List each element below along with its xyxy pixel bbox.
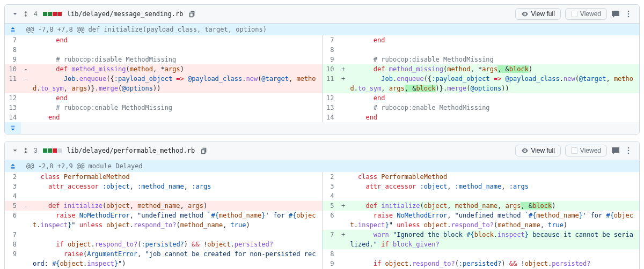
code-row: 8 <box>323 249 640 259</box>
line-number[interactable]: 4 <box>323 191 339 201</box>
code-content[interactable]: class PerformableMethod <box>31 172 322 182</box>
code-content[interactable]: if object.respond_to?(:persisted?) && !o… <box>348 259 640 268</box>
line-number[interactable]: 10 <box>323 64 339 74</box>
line-number[interactable]: 2 <box>323 172 339 182</box>
line-number[interactable]: 8 <box>5 45 21 55</box>
line-number[interactable]: 7 <box>323 230 339 249</box>
comment-icon[interactable] <box>611 10 620 18</box>
file-header: 4 lib/delayed/message_sending.rb View fu… <box>5 5 639 24</box>
code-content[interactable]: # rubocop:enable MethodMissing <box>31 103 322 113</box>
line-number[interactable]: 5 <box>5 201 21 211</box>
code-content[interactable]: attr_accessor :object, :method_name, :ar… <box>31 182 322 191</box>
code-content[interactable]: def initialize(object, method_name, args… <box>348 201 640 211</box>
line-number[interactable]: 2 <box>5 172 21 182</box>
line-number[interactable]: 8 <box>323 249 339 259</box>
line-number[interactable]: 6 <box>5 211 21 230</box>
diffstat-block <box>43 148 47 153</box>
svg-point-5 <box>628 153 630 154</box>
code-content[interactable]: # rubocop:enable MethodMissing <box>348 103 640 113</box>
code-content[interactable]: raise NoMethodError, "undefined method `… <box>348 211 640 230</box>
expand-up-button[interactable] <box>5 24 21 35</box>
line-number[interactable]: 4 <box>5 191 21 201</box>
line-number[interactable]: 7 <box>5 35 21 45</box>
code-content[interactable]: def initialize(object, method_name, args… <box>31 201 322 211</box>
line-number[interactable]: 14 <box>5 113 21 122</box>
line-number[interactable]: 13 <box>323 103 339 113</box>
code-content[interactable]: end <box>348 113 640 122</box>
chevron-down-icon[interactable] <box>11 147 19 154</box>
line-number[interactable]: 8 <box>323 45 339 55</box>
code-content[interactable] <box>31 230 322 240</box>
line-number[interactable]: 7 <box>323 35 339 45</box>
line-number[interactable]: 7 <box>5 230 21 240</box>
line-number[interactable]: 3 <box>323 182 339 191</box>
code-content[interactable] <box>348 191 640 201</box>
kebab-icon[interactable] <box>624 146 633 155</box>
code-content[interactable]: end <box>31 93 322 103</box>
line-number[interactable]: 3 <box>5 182 21 191</box>
line-number[interactable]: 9 <box>5 249 21 268</box>
line-number[interactable]: 9 <box>323 259 339 268</box>
line-number[interactable]: 12 <box>5 93 21 103</box>
file-path[interactable]: lib/delayed/performable_method.rb <box>67 147 195 154</box>
code-content[interactable]: raise NoMethodError, "undefined method `… <box>31 211 322 230</box>
hunk-header-text: @@ -2,8 +2,9 @@ module Delayed <box>21 160 639 172</box>
line-number[interactable]: 12 <box>323 93 339 103</box>
unfold-icon[interactable] <box>22 10 30 18</box>
code-content[interactable]: end <box>348 35 640 45</box>
line-number[interactable]: 10 <box>5 64 21 74</box>
code-row: 8 <box>323 45 640 55</box>
file-path[interactable]: lib/delayed/message_sending.rb <box>67 10 184 18</box>
chevron-down-icon[interactable] <box>11 10 19 18</box>
view-full-button[interactable]: View full <box>515 145 560 156</box>
kebab-icon[interactable] <box>624 10 633 18</box>
diffstat <box>43 12 62 16</box>
diff-marker <box>21 249 31 268</box>
code-row: 6 raise NoMethodError, "undefined method… <box>323 211 640 230</box>
diff-marker: - <box>21 74 31 93</box>
code-content[interactable]: end <box>31 35 322 45</box>
code-content[interactable] <box>348 249 640 259</box>
code-content[interactable]: def method_missing(method, *args) <box>31 64 322 74</box>
line-number[interactable]: 14 <box>323 113 339 122</box>
viewed-toggle[interactable]: Viewed <box>565 8 607 20</box>
code-content[interactable]: Job.enqueue({:payload_object => @payload… <box>31 74 322 93</box>
diff-table: 7 end 8 9 # rubocop:disable MethodMissin… <box>5 35 639 122</box>
line-number[interactable]: 9 <box>323 55 339 64</box>
expand-up-button[interactable] <box>5 160 21 172</box>
code-row: 11 - Job.enqueue({:payload_object => @pa… <box>5 74 322 93</box>
code-content[interactable]: # rubocop:disable MethodMissing <box>348 55 640 64</box>
code-content[interactable] <box>31 45 322 55</box>
code-content[interactable]: end <box>348 93 640 103</box>
code-content[interactable]: end <box>31 113 322 122</box>
copy-icon[interactable] <box>200 147 208 154</box>
code-content[interactable]: def method_missing(method, *args, &block… <box>348 64 640 74</box>
line-number[interactable]: 9 <box>5 55 21 64</box>
view-full-button[interactable]: View full <box>515 8 560 20</box>
line-number[interactable]: 11 <box>323 74 339 93</box>
diff-right-side: 7 end 8 9 # rubocop:disable MethodMissin… <box>323 35 640 122</box>
unfold-icon[interactable] <box>22 147 30 154</box>
code-content[interactable] <box>31 191 322 201</box>
code-content[interactable]: if object.respond_to?(:persisted?) && !o… <box>31 240 322 249</box>
line-number[interactable]: 13 <box>5 103 21 113</box>
copy-icon[interactable] <box>188 10 196 18</box>
code-content[interactable]: warn "Ignored the block #{block.inspect}… <box>348 230 640 249</box>
code-content[interactable]: raise(ArgumentError, "job cannot be crea… <box>31 249 322 268</box>
line-number[interactable]: 11 <box>5 74 21 93</box>
code-content[interactable]: Job.enqueue({:payload_object => @payload… <box>348 74 640 93</box>
code-content[interactable]: attr_accessor :object, :method_name, :ar… <box>348 182 640 191</box>
comment-icon[interactable] <box>611 146 620 155</box>
expand-down-button[interactable] <box>5 122 21 134</box>
diff-marker <box>21 55 31 64</box>
line-number[interactable]: 6 <box>323 211 339 230</box>
code-row: 3 attr_accessor :object, :method_name, :… <box>5 182 322 191</box>
code-row: 2 class PerformableMethod <box>5 172 322 182</box>
viewed-toggle[interactable]: Viewed <box>565 145 607 156</box>
code-content[interactable]: # rubocop:disable MethodMissing <box>31 55 322 64</box>
diff-marker <box>339 55 348 64</box>
line-number[interactable]: 8 <box>5 240 21 249</box>
line-number[interactable]: 5 <box>323 201 339 211</box>
code-content[interactable]: class PerformableMethod <box>348 172 640 182</box>
code-content[interactable] <box>348 45 640 55</box>
